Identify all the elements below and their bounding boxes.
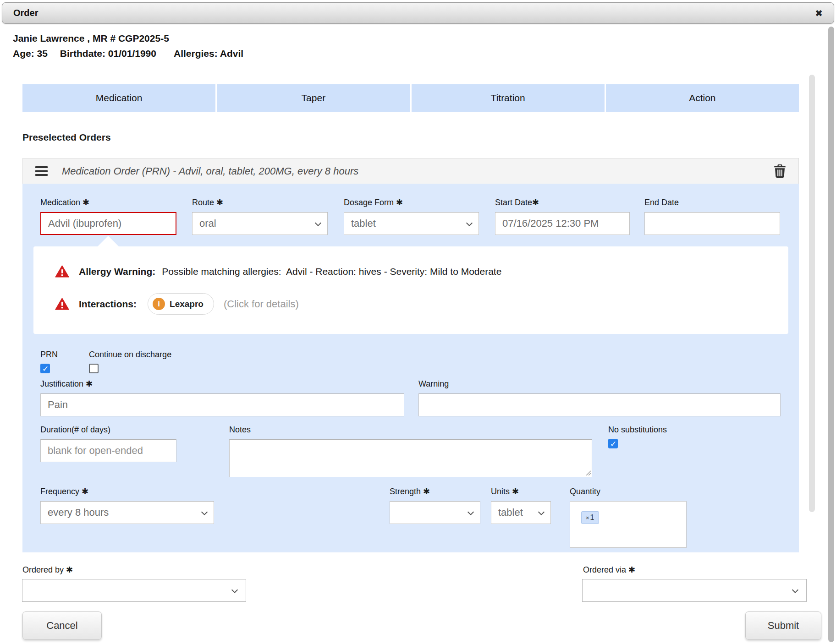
ordered-via-select[interactable] [582, 579, 807, 602]
order-summary-title: Medication Order (PRN) - Advil, oral, ta… [62, 165, 774, 177]
quantity-chip-value: 1 [590, 513, 594, 522]
tab-medication[interactable]: Medication [22, 84, 215, 112]
end-date-label: End Date [644, 198, 780, 207]
quantity-label: Quantity [570, 487, 687, 497]
dialog-titlebar: Order ✖ [2, 2, 834, 24]
warnings-panel: Allergy Warning: Possible matching aller… [33, 246, 788, 334]
interactions-row: Interactions: i Lexapro (Click for detai… [55, 293, 779, 315]
medication-input[interactable] [40, 212, 176, 235]
warning-input[interactable] [418, 393, 781, 416]
prn-field: PRN [40, 350, 58, 373]
justification-warning-row: Justification ✱ Warning [40, 379, 781, 416]
duration-label: Duration(# of days) [40, 425, 176, 435]
ordered-by-select[interactable] [22, 579, 246, 602]
duration-notes-row: Duration(# of days) Notes No substitutio… [40, 425, 781, 477]
patient-age: Age: 35 [13, 48, 48, 59]
justification-input[interactable] [40, 393, 404, 416]
continue-discharge-label: Continue on discharge [89, 350, 171, 360]
interactions-title: Interactions: [79, 299, 137, 310]
start-date-label: Start Date✱ [495, 198, 630, 207]
medication-label: Medication ✱ [40, 198, 176, 207]
page-scrollbar-thumb[interactable] [828, 27, 834, 642]
section-title: Preselected Orders [22, 132, 111, 143]
modal-scrollbar-thumb[interactable] [809, 75, 815, 512]
prn-discharge-row: PRN Continue on discharge [40, 350, 781, 373]
trash-icon[interactable] [774, 164, 786, 178]
units-label: Units ✱ [491, 487, 551, 497]
end-date-input[interactable] [644, 212, 780, 235]
quantity-box[interactable]: × 1 [570, 501, 687, 548]
tab-titration[interactable]: Titration [412, 84, 605, 112]
duration-input[interactable] [40, 439, 176, 462]
alert-triangle-icon [55, 298, 69, 310]
order-type-tabs: Medication Taper Titration Action [22, 84, 799, 112]
interaction-hint: (Click for details) [224, 298, 299, 310]
route-label: Route ✱ [192, 198, 328, 207]
tab-taper[interactable]: Taper [217, 84, 410, 112]
interaction-drug-button[interactable]: i Lexapro [148, 293, 214, 315]
no-substitutions-label: No substitutions [608, 425, 780, 435]
frequency-label: Frequency ✱ [40, 487, 214, 497]
drag-handle-icon[interactable] [35, 166, 48, 176]
cancel-button[interactable]: Cancel [22, 611, 102, 640]
dialog-title: Order [13, 8, 38, 18]
close-icon[interactable]: ✖ [815, 9, 823, 18]
no-substitutions-checkbox[interactable] [608, 439, 618, 448]
quantity-chip[interactable]: × 1 [581, 511, 599, 524]
dosage-form-select[interactable]: tablet [344, 212, 479, 235]
continue-discharge-checkbox[interactable] [89, 364, 99, 373]
order-card: Medication Order (PRN) - Advil, oral, ta… [22, 158, 799, 552]
warning-label: Warning [418, 379, 781, 389]
patient-header: Janie Lawrence , MR # CGP2025-5 Age: 35 … [13, 33, 243, 59]
notes-label: Notes [229, 425, 592, 435]
dosage-form-label: Dosage Form ✱ [344, 198, 479, 207]
route-select[interactable]: oral [192, 212, 328, 235]
frequency-strength-row: Frequency ✱ every 8 hours Strength ✱ Uni… [40, 487, 781, 548]
justification-label: Justification ✱ [40, 379, 404, 389]
strength-select[interactable] [390, 501, 480, 524]
info-icon: i [153, 298, 165, 310]
allergy-warning-title: Allergy Warning: [79, 266, 155, 277]
tab-action[interactable]: Action [606, 84, 799, 112]
alert-triangle-icon [55, 265, 69, 278]
frequency-select[interactable]: every 8 hours [40, 501, 214, 524]
medication-detail-row: Medication ✱ Route ✱ oral Dosage Form ✱ … [40, 198, 781, 235]
start-date-input[interactable] [495, 212, 630, 235]
submit-button[interactable]: Submit [745, 611, 821, 640]
ordered-by-label: Ordered by ✱ [22, 565, 73, 575]
notes-textarea[interactable] [229, 439, 592, 477]
order-card-header: Medication Order (PRN) - Advil, oral, ta… [22, 158, 799, 184]
interaction-drug-name: Lexapro [170, 299, 204, 309]
allergy-warning-text: Possible matching allergies: Advil - Rea… [162, 266, 501, 277]
ordered-via-label: Ordered via ✱ [583, 565, 635, 575]
units-select[interactable]: tablet [491, 501, 551, 524]
patient-name-mr: Janie Lawrence , MR # CGP2025-5 [13, 33, 243, 44]
patient-birthdate: Birthdate: 01/01/1990 [60, 48, 156, 59]
continue-discharge-field: Continue on discharge [89, 350, 171, 373]
allergy-warning-row: Allergy Warning: Possible matching aller… [55, 265, 779, 278]
prn-checkbox[interactable] [40, 364, 50, 373]
prn-label: PRN [40, 350, 58, 360]
patient-allergies: Allergies: Advil [174, 48, 243, 59]
order-card-body: Medication ✱ Route ✱ oral Dosage Form ✱ … [22, 184, 799, 552]
strength-label: Strength ✱ [390, 487, 480, 497]
multiply-icon: × [586, 514, 589, 521]
